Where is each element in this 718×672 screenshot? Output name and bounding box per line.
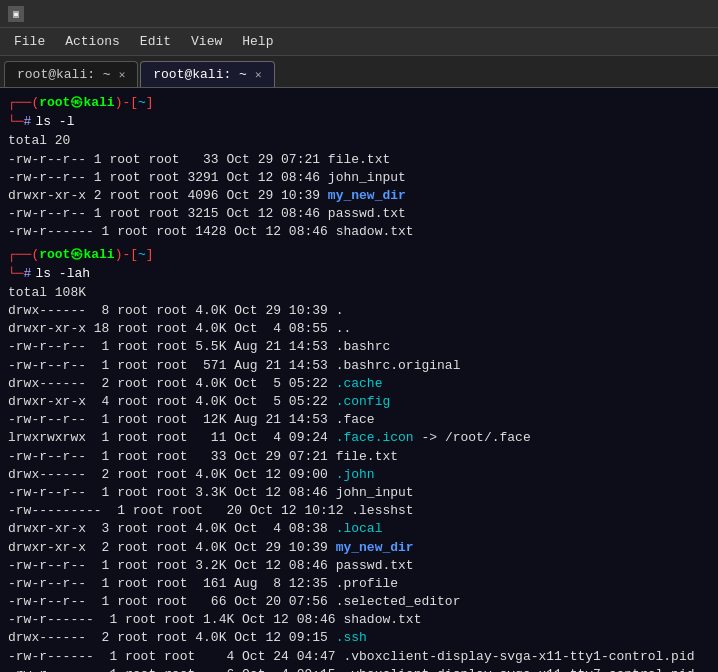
- tab-bar: root@kali: ~ ✕ root@kali: ~ ✕: [0, 56, 718, 88]
- prompt-user-2: root㉿kali: [39, 246, 114, 264]
- output-1-1: -rw-r--r-- 1 root root 33 Oct 29 07:21 f…: [8, 151, 710, 169]
- prompt-dir-2: ~: [138, 246, 146, 264]
- output-2-12: -rw--------- 1 root root 20 Oct 12 10:12…: [8, 502, 710, 520]
- prompt-user-1: root㉿kali: [39, 94, 114, 112]
- output-2-4: -rw-r--r-- 1 root root 571 Aug 21 14:53 …: [8, 357, 710, 375]
- output-2-14: drwxr-xr-x 2 root root 4.0K Oct 29 10:39…: [8, 539, 710, 557]
- output-1-2: -rw-r--r-- 1 root root 3291 Oct 12 08:46…: [8, 169, 710, 187]
- output-2-8: lrwxrwxrwx 1 root root 11 Oct 4 09:24 .f…: [8, 429, 710, 447]
- output-2-20: -rw-r------ 1 root root 4 Oct 24 04:47 .…: [8, 648, 710, 666]
- output-2-17: -rw-r--r-- 1 root root 66 Oct 20 07:56 .…: [8, 593, 710, 611]
- prompt-arrow-prefix-2: └─: [8, 265, 24, 283]
- output-2-13: drwxr-xr-x 3 root root 4.0K Oct 4 08:38 …: [8, 520, 710, 538]
- tab-2[interactable]: root@kali: ~ ✕: [140, 61, 274, 87]
- prompt-bracket-end-1: ]: [146, 94, 154, 112]
- prompt-line-2: ┌──(root㉿kali)-[~]: [8, 246, 710, 264]
- command-line-1: └─# ls -l: [8, 113, 710, 131]
- tab-1-close[interactable]: ✕: [119, 68, 126, 81]
- prompt-close-bracket-1: )-[: [115, 94, 138, 112]
- menu-edit[interactable]: Edit: [130, 30, 181, 53]
- output-2-15: -rw-r--r-- 1 root root 3.2K Oct 12 08:46…: [8, 557, 710, 575]
- prompt-arrow-prefix-1: └─: [8, 113, 24, 131]
- output-2-7: -rw-r--r-- 1 root root 12K Aug 21 14:53 …: [8, 411, 710, 429]
- prompt-bracket-end-2: ]: [146, 246, 154, 264]
- prompt-line-1: ┌──(root㉿kali)-[~]: [8, 94, 710, 112]
- menu-bar: File Actions Edit View Help: [0, 28, 718, 56]
- tab-2-close[interactable]: ✕: [255, 68, 262, 81]
- prompt-open-bracket-2: ┌──(: [8, 246, 39, 264]
- command-text-2: ls -lah: [35, 265, 90, 283]
- output-2-3: -rw-r--r-- 1 root root 5.5K Aug 21 14:53…: [8, 338, 710, 356]
- output-2-0: total 108K: [8, 284, 710, 302]
- tab-2-label: root@kali: ~: [153, 67, 247, 82]
- prompt-arrow-2: #: [24, 265, 32, 283]
- menu-help[interactable]: Help: [232, 30, 283, 53]
- output-2-11: -rw-r--r-- 1 root root 3.3K Oct 12 08:46…: [8, 484, 710, 502]
- output-2-2: drwxr-xr-x 18 root root 4.0K Oct 4 08:55…: [8, 320, 710, 338]
- output-2-21: -rw-r------ 1 root root 6 Oct 4 09:15 .v…: [8, 666, 710, 672]
- output-1-0: total 20: [8, 132, 710, 150]
- output-2-16: -rw-r--r-- 1 root root 161 Aug 8 12:35 .…: [8, 575, 710, 593]
- output-1-3: drwxr-xr-x 2 root root 4096 Oct 29 10:39…: [8, 187, 710, 205]
- output-2-1: drwx------ 8 root root 4.0K Oct 29 10:39…: [8, 302, 710, 320]
- menu-file[interactable]: File: [4, 30, 55, 53]
- output-2-19: drwx------ 2 root root 4.0K Oct 12 09:15…: [8, 629, 710, 647]
- output-2-10: drwx------ 2 root root 4.0K Oct 12 09:00…: [8, 466, 710, 484]
- output-1-5: -rw-r------ 1 root root 1428 Oct 12 08:4…: [8, 223, 710, 241]
- command-text-1: ls -l: [35, 113, 74, 131]
- prompt-close-bracket-2: )-[: [115, 246, 138, 264]
- prompt-dir-1: ~: [138, 94, 146, 112]
- tab-1-label: root@kali: ~: [17, 67, 111, 82]
- output-2-9: -rw-r--r-- 1 root root 33 Oct 29 07:21 f…: [8, 448, 710, 466]
- prompt-open-bracket-1: ┌──(: [8, 94, 39, 112]
- output-2-5: drwx------ 2 root root 4.0K Oct 5 05:22 …: [8, 375, 710, 393]
- output-2-18: -rw-r------ 1 root root 1.4K Oct 12 08:4…: [8, 611, 710, 629]
- command-line-2: └─# ls -lah: [8, 265, 710, 283]
- prompt-arrow-1: #: [24, 113, 32, 131]
- title-bar: ▣: [0, 0, 718, 28]
- menu-actions[interactable]: Actions: [55, 30, 130, 53]
- menu-view[interactable]: View: [181, 30, 232, 53]
- output-2-6: drwxr-xr-x 4 root root 4.0K Oct 5 05:22 …: [8, 393, 710, 411]
- app-icon: ▣: [8, 6, 24, 22]
- output-1-4: -rw-r--r-- 1 root root 3215 Oct 12 08:46…: [8, 205, 710, 223]
- terminal[interactable]: ┌──(root㉿kali)-[~] └─# ls -l total 20 -r…: [0, 88, 718, 672]
- tab-1[interactable]: root@kali: ~ ✕: [4, 61, 138, 87]
